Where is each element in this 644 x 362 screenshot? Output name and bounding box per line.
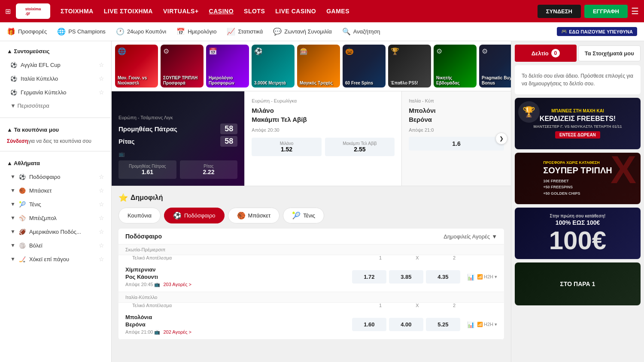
h2h-btn-1[interactable]: 📶 H2H ▾ [477,322,497,327]
hamburger-icon[interactable]: ☰ [631,6,639,16]
big-match-left: Ευρώπη - Τσάμπιονς Λιγκ Προμηθέας Πάτρας… [112,91,244,186]
sidebar-my-coupons-header[interactable]: ▲ Τα κουπόνια μου [0,123,111,136]
carousel-item-pragmatic[interactable]: ⚙ Pragmatic Buy Bonus [479,45,511,87]
24h-coupon-label: 24ωρο Κουπόνι [127,28,166,35]
ps-champions-label: Μαν. Γιουν. vs Νιούκαστλ [115,74,158,87]
h2h-btn-0[interactable]: 📶 H2H ▾ [477,274,497,280]
nav-link-virtuals[interactable]: VIRTUALS+ [163,8,199,15]
grid-icon[interactable]: ⊞ [5,7,11,15]
carousel-item-ps-champions[interactable]: 🌐 Μαν. Γιουν. vs Νιούκαστλ [115,45,158,87]
prosfores-icon: 🎁 [7,27,15,36]
magic-wheel-icon: 🎰 [300,47,308,55]
odd-btn-1-1[interactable]: 4.00 [389,318,423,331]
market-selector[interactable]: Δημοφιλείς Αγορές ▼ [444,233,497,240]
sidebar-sports-section: ▲ Αθλήματα ▼⚽Ποδόσφαιρο☆▼🏀Μπάσκετ☆▼🎾Τένι… [0,153,111,269]
betslip-tab-active[interactable]: Δελτίο 0 [515,45,577,62]
promo-ps-champions[interactable]: ΜΠΑΙΝΕΙΣ ΣΤΗ ΜΑΧΗ ΚΑΙ ΚΕΡΔΙΖΕΙΣ FREEBETS… [515,98,641,149]
sidebar-shortcut-italy-cup[interactable]: ⚽Ιταλία Κύπελλο☆ [0,72,111,85]
big-match-odd1[interactable]: Προμηθέας Πάτρας 1.61 [118,160,176,179]
prosfores-label: Προσφορές [18,28,47,35]
second-nav-ps-champions[interactable]: 🌐PS Champions [57,27,106,36]
nikitis-label: Νικητής Εβδομάδας [434,74,477,87]
carousel-item-nikitis[interactable]: ⚙ Νικητής Εβδομάδας [434,45,477,87]
nav-link-live-stoixima[interactable]: LIVE ΣΤΟΙΧΗΜΑ [104,8,153,15]
beachvolley-label: Μπέιζμπολ [29,215,57,221]
stats-icon-0[interactable]: 📊 [467,274,474,281]
sport-tabs: Κουπόνια⚽Ποδόσφαιρο🏀Μπάσκετ🎾Τένις [118,208,504,223]
odd-btn-1-2[interactable]: 5.25 [426,318,460,331]
logo[interactable]: stoixima.gr [16,3,50,19]
odd-btn-0-1[interactable]: 3.85 [389,270,423,284]
second-nav-24h-coupon[interactable]: 🕐24ωρο Κουπόνι [116,27,166,36]
match-result-header-1: Τελικό Αποτέλεσμα 1Χ2 [118,303,504,310]
sidebar-sports-header[interactable]: ▲ Αθλήματα [0,157,111,170]
popular-section: ⭐ Δημοφιλή Κουπόνια⚽Ποδόσφαιρο🏀Μπάσκετ🎾Τ… [112,188,511,345]
match-time-1: Απόψε 21:00 📺 202 Αγορές > [125,329,349,335]
sport-tab-tennis[interactable]: 🎾Τένις [283,208,324,223]
match-teams-col-1: Μπολόνια Βερόνα Απόψε 21:00 📺 202 Αγορές… [125,314,349,335]
24h-coupon-icon: 🕐 [116,27,125,36]
carousel-item-metrita[interactable]: ⚽ 3.000€ Μετρητά [252,45,295,87]
odd-btn-1-0[interactable]: 1.60 [352,318,386,331]
second-nav-calendar[interactable]: 📅Ημερολόγιο [176,27,216,36]
nav-link-stoixima[interactable]: ΣΤΟΙΧΗΜΑ [61,8,94,15]
ps-champions-icon: 🌐 [118,47,126,55]
stats-icon-1[interactable]: 📊 [467,321,474,328]
second-nav-search[interactable]: 🔍Αναζήτηση [342,27,380,36]
sport-tab-football[interactable]: ⚽Ποδόσφαιρο [164,208,225,223]
betslip-tab-inactive[interactable]: Τα Στοιχήματά μου [578,45,641,61]
center-odd1[interactable]: Μιλάνο 1.52 [252,138,321,156]
nav-link-games[interactable]: GAMES [326,8,349,15]
second-nav-live-chat[interactable]: 💬Ζωντανή Συνομιλία [273,27,332,36]
stats-label: Στατιστικά [238,28,263,35]
promo-100[interactable]: Στην πρώτη σου κατάθεση! 100% ΕΩΣ 100€ 1… [515,208,641,259]
odd-btn-0-0[interactable]: 1.72 [352,270,386,284]
carousel-item-magic-wheel[interactable]: 🎰 Μαγικός Τροχός [297,45,340,87]
odd-btn-0-2[interactable]: 4.35 [426,270,460,284]
big-match-right-odd: 1.6 [409,137,504,151]
sidebar-shortcut-germany-cup[interactable]: ⚽Γερμανία Κύπελλο☆ [0,85,111,99]
search-label: Αναζήτηση [353,28,380,35]
signin-button[interactable]: ΣΥΝΔΕΣΗ [538,5,581,18]
big-match-odd2[interactable]: Ρίτας 2.22 [180,160,238,179]
sidebar-sport-tennis[interactable]: ▼🎾Τένις☆ [0,197,111,211]
markets-link-1[interactable]: 202 Αγορές > [164,329,192,335]
second-nav-prosfores[interactable]: 🎁Προσφορές [7,27,47,36]
sport-tab-coupons[interactable]: Κουπόνια [118,208,161,223]
sidebar-sport-american-football[interactable]: ▼🏈Αμερικάνικο Ποδός...☆ [0,225,111,238]
promo-para1[interactable]: ΣΤΟ ΠΑΡΑ 1 [515,262,641,305]
popular-title: Δημοφιλή [131,194,163,202]
germany-cup-icon: ⚽ [10,89,17,96]
sidebar-more[interactable]: ▼ Περισσότερα [0,99,111,112]
nav-link-casino[interactable]: CASINO [209,8,234,15]
carousel-item-free-spins[interactable]: 🎃 60 Free Spins [343,45,386,87]
nav-link-slots[interactable]: SLOTS [244,8,265,15]
match-row-1: Μπολόνια Βερόνα Απόψε 21:00 📺 202 Αγορές… [118,310,504,339]
pragmatic-label: Pragmatic Buy Bonus [479,74,511,87]
sidebar-sport-beachvolley[interactable]: ▼⚾Μπέιζμπολ☆ [0,211,111,225]
sport-tab-basketball[interactable]: 🏀Μπάσκετ [228,208,280,223]
basketball-tab-label: Μπάσκετ [248,212,271,219]
sidebar-sport-football[interactable]: ▼⚽Ποδόσφαιρο☆ [0,170,111,184]
nav-link-live-casino[interactable]: LIVE CASINO [275,8,316,15]
betslip-badge: 0 [551,49,560,57]
sidebar-sport-hockey[interactable]: ▼🏒Χόκεϊ επί πάγου☆ [0,252,111,266]
markets-link-0[interactable]: 203 Αγορές > [164,282,192,287]
promo-super-tripla[interactable]: X ΠΡΟΣΦΟΡΑ ΧΩΡΙΣ ΚΑΤΑΘΕΣΗ ΣΟΥΠΕΡ ΤΡΙΠΛΗ … [515,153,641,204]
sidebar-shortcuts-header[interactable]: ▲ Συντομεύσεις [0,45,111,58]
carousel-item-super-tripla[interactable]: ⚙ ΣΟΥΠΕΡ ΤΡΙΠΛΗ Προσφορά [161,45,204,87]
sidebar-sport-basketball[interactable]: ▼🏀Μπάσκετ☆ [0,184,111,197]
register-button[interactable]: ΕΓΓΡΑΦΗ [584,5,628,18]
sidebar-shortcut-england-efl[interactable]: ⚽Αγγλία EFL Cup☆ [0,58,111,72]
sidebar-sport-volleyball[interactable]: ▼🏐Βόλεϊ☆ [0,238,111,252]
match-team1-1: Μπολόνια [125,314,349,320]
carousel-item-offers[interactable]: 📅 Ημερολόγιο Προσφορών [206,45,249,87]
odds-group-1: 1.604.005.25 [352,318,460,331]
second-nav-stats[interactable]: 📈Στατιστικά [227,27,263,36]
responsible-text: ΕΔΩ ΠΑΙΖΟΥΜΕ ΥΠΕΥΘΥΝΑ [569,29,633,34]
center-odd2[interactable]: Μακάμπι Τελ Αβίβ 2.55 [325,138,395,156]
sidebar-login-anchor[interactable]: Σύνδεση [7,138,28,144]
football-tab-label: Ποδόσφαιρο [184,212,216,219]
big-match-right-nav[interactable]: ❯ [495,133,507,145]
carousel-item-ps-battles[interactable]: 🏆 Έπαθλο PS5! [388,45,431,87]
